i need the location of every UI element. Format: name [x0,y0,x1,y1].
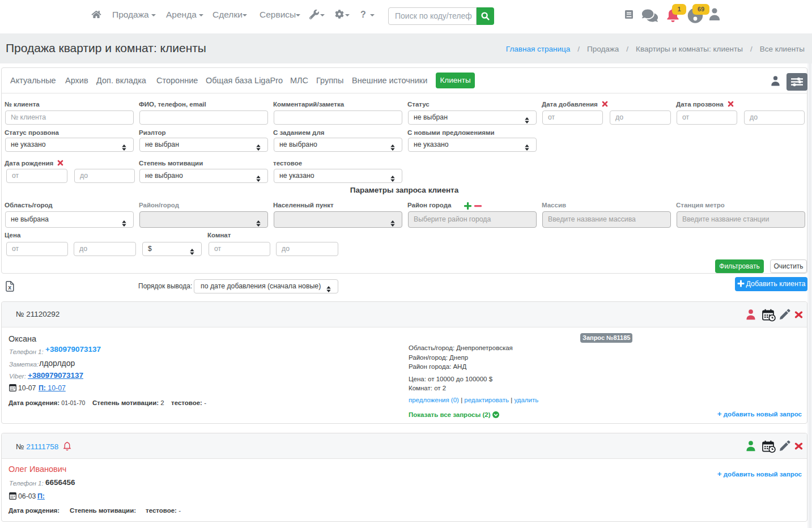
svg-text:x: x [8,284,11,291]
